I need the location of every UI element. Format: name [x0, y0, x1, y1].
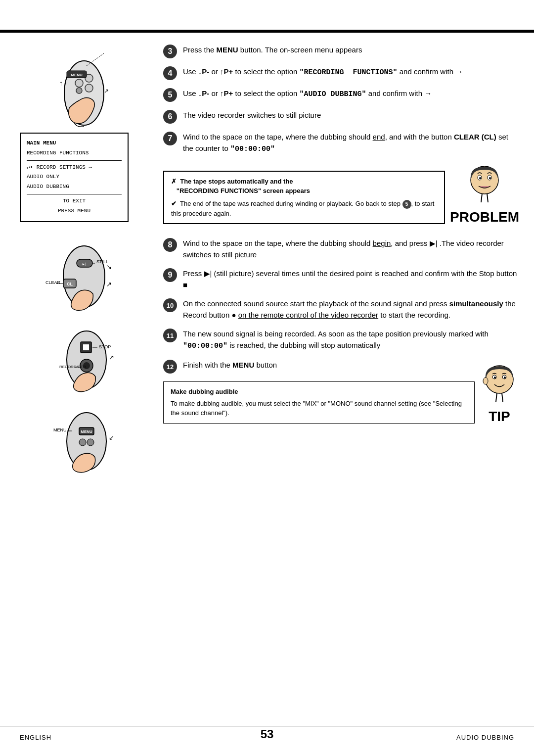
bottom-bar — [0, 726, 534, 726]
note-title-1: ✗ The tape stops automatically and the "… — [171, 177, 437, 196]
step-5-text: Use ↓P- or ↑P+ to select the option "AUD… — [183, 88, 519, 100]
illus-menu-remote-bottom: MENU MENU ↙ — [20, 398, 158, 474]
step-12: 12 Finish with the MENU button — [163, 360, 475, 374]
svg-point-53 — [483, 378, 488, 384]
svg-text:↙: ↙ — [109, 434, 114, 441]
tip-face-illus — [480, 362, 519, 407]
step-9: 9 Press ▶| (still picture) several times… — [163, 268, 519, 290]
illus-menu-remote: MENU ↑ ↗ — [20, 44, 158, 128]
note-line-2: ✔ The end of the tape was reached during… — [171, 199, 437, 218]
svg-point-41 — [479, 177, 481, 179]
step-11-circle: 11 — [163, 329, 177, 342]
svg-text:CLEAR: CLEAR — [45, 280, 61, 285]
step-10-circle: 10 — [163, 298, 177, 312]
step-7-text: Wind to the space on the tape, where the… — [183, 132, 519, 155]
step-11-text: The new sound signal is being recorded. … — [183, 329, 519, 352]
note-box-problem: ✗ The tape stops automatically and the "… — [163, 171, 445, 224]
step-5: 5 Use ↓P- or ↑P+ to select the option "A… — [163, 88, 519, 102]
step-12-circle: 12 — [163, 360, 177, 374]
svg-rect-23 — [83, 344, 89, 350]
step-11: 11 The new sound signal is being recorde… — [163, 329, 519, 352]
step-7-circle: 7 — [163, 132, 177, 145]
svg-text:↗: ↗ — [109, 354, 114, 361]
menu-box-footer1: TO EXIT — [27, 196, 122, 206]
menu-box-footer2: PRESS MENU — [27, 206, 122, 216]
step-9-circle: 9 — [163, 268, 177, 282]
svg-point-50 — [504, 377, 506, 378]
step-6-circle: 6 — [163, 110, 177, 124]
svg-line-45 — [487, 193, 488, 202]
top-bar — [0, 30, 534, 33]
tip-box: Make dubbing audible To make dubbing aud… — [163, 381, 475, 424]
svg-text:↗: ↗ — [104, 88, 109, 94]
svg-text:MENU: MENU — [81, 429, 92, 434]
step-4-text: Use ↓P- or ↑P+ to select the option "REC… — [183, 66, 519, 79]
menu-box-item2: AUDIO ONLY — [27, 172, 122, 182]
step-3-text: Press the MENU button. The on-screen men… — [183, 45, 519, 56]
svg-text:↑: ↑ — [59, 79, 63, 87]
page-number: 53 — [261, 727, 274, 741]
menu-box-item1: ↵• RECORD SETTINGS → — [27, 163, 122, 173]
svg-line-51 — [496, 393, 497, 402]
step-6: 6 The video recorder switches to still p… — [163, 110, 519, 124]
step-10-text: On the connected sound source start the … — [183, 298, 519, 321]
svg-point-48 — [494, 377, 496, 378]
footer-right: Audio Dubbing — [456, 734, 514, 741]
problem-label: PROBLEM — [450, 209, 519, 225]
step-6-text: The video recorder switches to still pic… — [183, 110, 519, 121]
step-8-text: Wind to the space on the tape, where the… — [183, 238, 519, 260]
menu-box-title: MAIN MENU — [27, 139, 122, 148]
svg-text:CL: CL — [67, 282, 73, 286]
step-9-text: Press ▶| (still picture) several times u… — [183, 268, 519, 290]
menu-box-subtitle: RECORDING FUNCTIONS — [27, 148, 122, 158]
svg-point-1 — [75, 79, 83, 87]
step-5-circle: 5 — [163, 88, 177, 102]
menu-box-item3: AUDIO DUBBING — [27, 182, 122, 192]
problem-face-illus — [465, 163, 504, 207]
step-3: 3 Press the MENU button. The on-screen m… — [163, 45, 519, 58]
menu-box-display: MAIN MENU RECORDING FUNCTIONS ↵• RECORD … — [20, 133, 129, 222]
step-8-circle: 8 — [163, 238, 177, 252]
svg-line-7 — [87, 53, 104, 66]
svg-text:↗: ↗ — [106, 281, 112, 288]
illus-still-clear-remote: ▶| STILL CL CLEAR ↘ ↗ — [20, 232, 158, 311]
step-4: 4 Use ↓P- or ↑P+ to select the option "R… — [163, 66, 519, 80]
tip-label: TIP — [489, 409, 510, 425]
svg-text:↘: ↘ — [106, 263, 112, 271]
step-4-circle: 4 — [163, 66, 177, 80]
tip-box-text: To make dubbing audible, you must select… — [171, 399, 467, 418]
svg-text:MENU: MENU — [53, 427, 67, 432]
svg-text:STOP: STOP — [99, 344, 111, 349]
step-8: 8 Wind to the space on the tape, where t… — [163, 238, 519, 260]
step-7: 7 Wind to the space on the tape, where t… — [163, 132, 519, 155]
step-3-circle: 3 — [163, 45, 177, 58]
svg-text:RECORD/OTR: RECORD/OTR — [59, 365, 86, 369]
step-12-text: Finish with the MENU button — [183, 360, 475, 371]
right-instructions: 3 Press the MENU button. The on-screen m… — [163, 40, 519, 437]
svg-text:MENU: MENU — [71, 73, 83, 77]
svg-point-35 — [87, 439, 94, 446]
svg-text:▶|: ▶| — [83, 262, 87, 266]
svg-point-43 — [489, 177, 491, 179]
tip-box-title: Make dubbing audible — [171, 387, 467, 397]
illus-stop-record-remote: STOP RECORD/OTR ↗ — [20, 316, 158, 393]
svg-point-34 — [79, 439, 86, 446]
svg-point-4 — [76, 88, 82, 94]
left-illustrations: MENU ↑ ↗ MAIN MENU RECORDING FUNCTIONS ↵… — [20, 40, 158, 478]
step-10: 10 On the connected sound source start t… — [163, 298, 519, 321]
svg-point-3 — [85, 84, 93, 92]
svg-line-52 — [502, 393, 503, 402]
svg-line-44 — [481, 193, 482, 202]
footer-left: English — [20, 734, 51, 741]
